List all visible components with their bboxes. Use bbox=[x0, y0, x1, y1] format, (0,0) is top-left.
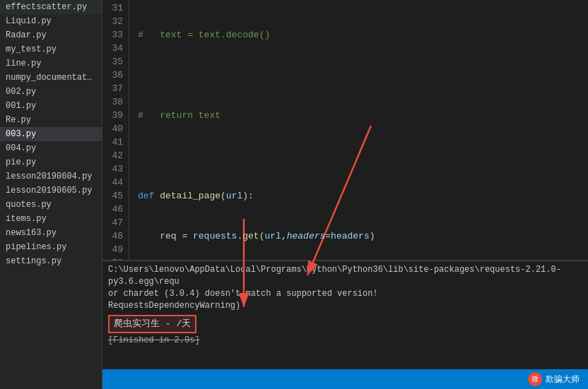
sidebar-item-pipelines[interactable]: pipelines.py bbox=[0, 240, 102, 254]
sidebar-item-settings[interactable]: settings.py bbox=[0, 254, 102, 268]
sidebar-item-numpy[interactable]: numpy_documentati... bbox=[0, 71, 102, 85]
terminal: C:\Users\lenovo\AppData\Local\Programs\P… bbox=[102, 260, 588, 369]
watermark-icon: 微 bbox=[528, 372, 542, 386]
sidebar-item-lesson605[interactable]: lesson20190605.py bbox=[0, 184, 102, 198]
sidebar-item-quotes[interactable]: quotes.py bbox=[0, 198, 102, 212]
bottom-bar: 微 欺骗大师 bbox=[102, 369, 588, 389]
file-sidebar[interactable]: effectscatter.py Liquid.py Radar.py my_t… bbox=[0, 0, 102, 389]
sidebar-item-re[interactable]: Re.py bbox=[0, 113, 102, 127]
terminal-path: C:\Users\lenovo\AppData\Local\Programs\P… bbox=[108, 264, 582, 288]
sidebar-item-news163[interactable]: news163.py bbox=[0, 226, 102, 240]
sidebar-item-line[interactable]: line.py bbox=[0, 56, 102, 71]
sidebar-item-effectscatter[interactable]: effectscatter.py bbox=[0, 0, 102, 14]
sidebar-item-liquid[interactable]: Liquid.py bbox=[0, 14, 102, 28]
code-content: # text = text.decode() # return text def… bbox=[129, 0, 588, 260]
watermark: 微 欺骗大师 bbox=[528, 372, 580, 386]
terminal-result-box: 爬虫实习生 - /天 bbox=[108, 315, 196, 333]
watermark-text: 欺骗大师 bbox=[546, 373, 580, 385]
terminal-subwarning: RequestsDependencyWarning) bbox=[108, 300, 582, 312]
sidebar-item-004[interactable]: 004.py bbox=[0, 141, 102, 155]
code-editor: 31 32 33 34 35 36 37 38 39 40 41 42 43 4… bbox=[102, 0, 588, 260]
terminal-warning: or chardet (3.0.4) doesn't match a suppo… bbox=[108, 288, 582, 300]
sidebar-item-lesson604[interactable]: lesson20190604.py bbox=[0, 169, 102, 184]
sidebar-item-mytest[interactable]: my_test.py bbox=[0, 42, 102, 56]
terminal-finished: [Finished in 2.9s] bbox=[108, 335, 582, 347]
sidebar-item-items[interactable]: items.py bbox=[0, 212, 102, 226]
sidebar-item-002[interactable]: 002.py bbox=[0, 85, 102, 99]
sidebar-item-radar[interactable]: Radar.py bbox=[0, 28, 102, 42]
line-numbers: 31 32 33 34 35 36 37 38 39 40 41 42 43 4… bbox=[102, 0, 129, 260]
sidebar-item-pie[interactable]: pie.py bbox=[0, 155, 102, 169]
terminal-result: 爬虫实习生 - /天 bbox=[114, 318, 191, 329]
sidebar-item-003[interactable]: 003.py bbox=[0, 127, 102, 141]
sidebar-item-001[interactable]: 001.py bbox=[0, 99, 102, 113]
